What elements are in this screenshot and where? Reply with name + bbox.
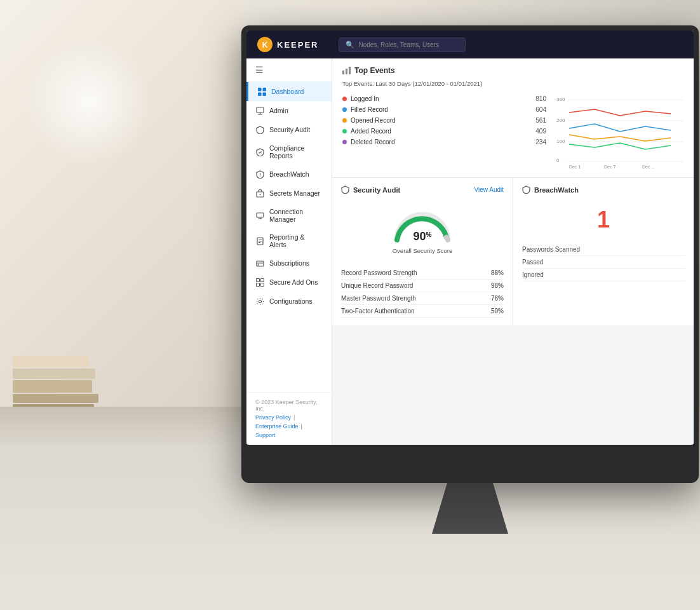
breachwatch-header: BreachWatch	[522, 186, 685, 194]
breach-count: 1	[522, 200, 685, 240]
security-audit-icon	[255, 125, 264, 134]
topbar: K KEEPER 🔍 Nodes, Roles, Teams, Users	[246, 30, 694, 58]
sidebar-security-audit-label: Security Audit	[269, 126, 310, 133]
event-name: Logged In	[351, 95, 523, 102]
sidebar-item-dashboard[interactable]: Dashboard	[246, 82, 332, 101]
reporting-icon	[255, 236, 264, 245]
keeper-app: K KEEPER 🔍 Nodes, Roles, Teams, Users ☰	[246, 30, 694, 445]
sidebar-compliance-label: Compliance Reports	[269, 144, 323, 159]
svg-rect-3	[262, 88, 266, 92]
sidebar-secure-add-ons-label: Secure Add Ons	[269, 278, 318, 286]
metric-name: Record Password Strength	[341, 269, 417, 276]
svg-rect-23	[256, 278, 259, 281]
metric-name: Unique Record Password	[341, 282, 413, 289]
sidebar-configurations-label: Configurations	[269, 297, 313, 305]
sidebar-item-configurations[interactable]: Configurations	[246, 292, 332, 311]
sidebar-item-subscriptions[interactable]: Subscriptions	[246, 254, 332, 273]
metric-row: Master Password Strength 76%	[341, 292, 504, 305]
search-bar[interactable]: 🔍 Nodes, Roles, Teams, Users	[339, 37, 466, 52]
svg-point-10	[259, 175, 260, 176]
privacy-policy-link[interactable]: Privacy Policy	[255, 414, 291, 421]
view-audit-link[interactable]: View Audit	[474, 186, 504, 193]
event-row: Opened Record 561	[342, 115, 546, 126]
gauge-score-display: 90%	[414, 230, 432, 243]
enterprise-guide-link[interactable]: Enterprise Guide	[255, 423, 299, 430]
events-layout: Logged In 810 Filled Record 604 Opened R…	[342, 93, 683, 170]
event-count: 810	[527, 95, 546, 102]
bar-chart-icon	[342, 67, 351, 74]
sidebar-footer: © 2023 Keeper Security, Inc. Privacy Pol…	[246, 392, 332, 445]
metric-row: Two-Factor Authentication 50%	[341, 305, 504, 318]
svg-rect-29	[346, 69, 347, 74]
copyright-text: © 2023 Keeper Security, Inc.	[255, 399, 323, 412]
events-chart: 300 200 100 0	[556, 93, 683, 170]
configurations-icon	[255, 297, 264, 306]
subscriptions-icon	[255, 259, 264, 268]
breachwatch-title: BreachWatch	[534, 186, 579, 194]
security-audit-header: Security Audit View Audit	[341, 186, 504, 194]
svg-rect-30	[349, 67, 351, 74]
secrets-icon	[255, 189, 264, 198]
sidebar-item-security-audit[interactable]: Security Audit	[246, 120, 332, 139]
svg-text:0: 0	[556, 158, 560, 163]
event-dot	[342, 118, 347, 123]
sidebar-item-compliance-reports[interactable]: Compliance Reports	[246, 139, 332, 165]
svg-point-12	[259, 194, 260, 195]
svg-rect-4	[258, 92, 262, 96]
breachwatch-title-area: BreachWatch	[522, 186, 579, 194]
menu-hamburger-icon[interactable]: ☰	[246, 58, 332, 82]
sidebar-item-connection-manager[interactable]: Connection Manager	[246, 203, 332, 228]
logo-area: K KEEPER	[257, 36, 318, 53]
sidebar-item-admin[interactable]: Admin	[246, 101, 332, 120]
event-count: 234	[527, 139, 546, 146]
event-row: Added Record 409	[342, 126, 546, 137]
metric-row: Record Password Strength 88%	[341, 267, 504, 280]
top-events-card: Top Events Top Events: Last 30 Days (12/…	[332, 58, 694, 178]
main-content: ☰ Dashboard Admin	[246, 58, 694, 445]
svg-point-22	[257, 264, 259, 266]
support-link[interactable]: Support	[255, 432, 276, 438]
event-dot	[342, 107, 347, 112]
event-dot	[342, 140, 347, 144]
metric-row: Unique Record Password 98%	[341, 280, 504, 292]
sidebar-item-secure-add-ons[interactable]: Secure Add Ons	[246, 273, 332, 292]
metric-name: Two-Factor Authentication	[341, 308, 415, 315]
sidebar-item-secrets-manager[interactable]: Secrets Manager	[246, 184, 332, 203]
svg-rect-28	[342, 71, 344, 74]
sidebar: ☰ Dashboard Admin	[246, 58, 332, 445]
main-area: Top Events Top Events: Last 30 Days (12/…	[332, 58, 694, 445]
event-name: Added Record	[351, 128, 523, 135]
gauge-score-number: 90	[414, 230, 426, 243]
svg-text:Dec 1: Dec 1	[569, 165, 581, 169]
gauge-label: Overall Security Score	[393, 247, 453, 254]
svg-rect-2	[258, 88, 262, 92]
metric-value: 88%	[491, 269, 504, 276]
top-events-title: Top Events	[342, 66, 683, 75]
monitor-screen: K KEEPER 🔍 Nodes, Roles, Teams, Users ☰	[246, 30, 694, 445]
event-count: 409	[527, 128, 546, 135]
security-audit-header-icon	[341, 186, 349, 194]
connection-icon	[255, 211, 264, 220]
metric-value: 98%	[491, 282, 504, 289]
metric-name: Master Password Strength	[341, 295, 416, 302]
svg-rect-25	[256, 283, 259, 286]
svg-rect-13	[257, 213, 264, 217]
event-name: Opened Record	[351, 117, 523, 124]
event-count: 604	[527, 106, 546, 113]
gauge-wrap: 90%	[391, 207, 454, 245]
svg-text:100: 100	[556, 139, 565, 144]
svg-point-27	[259, 300, 261, 302]
light-bloom	[25, 38, 152, 165]
footer-links: Privacy Policy | Enterprise Guide | Supp…	[255, 414, 323, 438]
event-name: Filled Record	[351, 106, 523, 113]
sidebar-item-reporting[interactable]: Reporting & Alerts	[246, 228, 332, 254]
svg-rect-6	[257, 107, 264, 112]
sidebar-item-breachwatch[interactable]: BreachWatch	[246, 165, 332, 184]
sidebar-reporting-label: Reporting & Alerts	[269, 233, 323, 248]
svg-rect-20	[257, 261, 264, 266]
svg-text:200: 200	[556, 118, 565, 123]
breach-metrics: Passwords Scanned Passed Ignored	[522, 243, 685, 281]
svg-rect-26	[260, 283, 264, 286]
keeper-logo-icon: K	[257, 36, 273, 53]
breach-metric-name: Passwords Scanned	[522, 246, 580, 253]
